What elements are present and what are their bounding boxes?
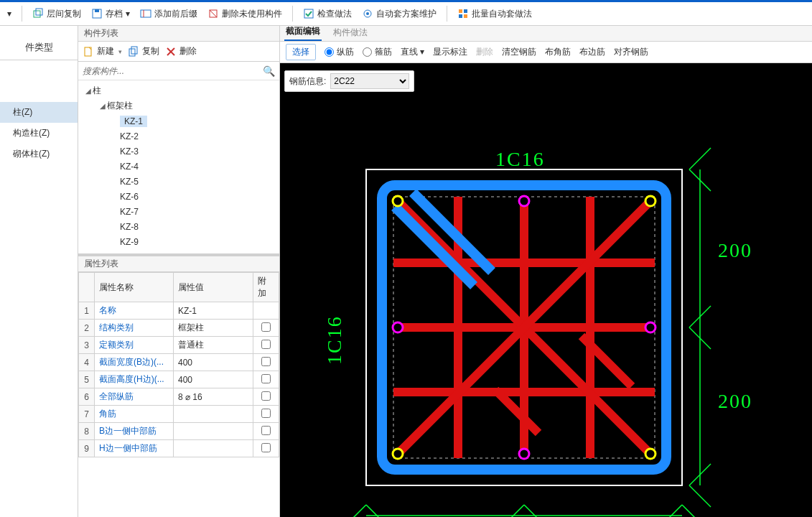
delete-unused-icon [207,8,219,19]
svg-rect-17 [131,47,137,54]
editor-toolbar: 选择 纵筋 箍筋 直线 ▾ 显示标注 删除 清空钢筋 布角筋 布边筋 对齐钢筋 [280,42,812,63]
svg-rect-16 [129,49,135,56]
tree-item[interactable]: KZ-9 [78,234,279,249]
check-icon [303,8,314,19]
property-grid[interactable]: 属性名称属性值附加1名称KZ-12结构类别框架柱3定额类别普通柱4截面宽度(B边… [78,272,279,517]
editor-tabs: 截面编辑构件做法 [280,26,812,42]
copy-layer-button[interactable]: 层间复制 [29,6,84,22]
tree-item[interactable]: KZ-2 [78,129,279,144]
editor-panel: 截面编辑构件做法 选择 纵筋 箍筋 直线 ▾ 显示标注 删除 清空钢筋 布角筋 … [280,26,812,517]
svg-point-40 [519,449,529,459]
longitudinal-radio[interactable]: 纵筋 [325,46,354,58]
top-dim-label: 1C16 [495,148,545,171]
svg-point-41 [393,322,403,332]
property-row[interactable]: 2结构类别框架柱 [79,320,279,337]
archive-icon [91,8,103,19]
svg-rect-14 [464,14,467,18]
right-dim-2: 200 [718,390,752,413]
prefix-icon [140,8,151,19]
component-type-item[interactable]: 砌体柱(Z) [0,144,78,164]
component-type-item[interactable]: 构造柱(Z) [0,123,78,144]
left-dim-label: 1C16 [323,315,346,365]
svg-rect-8 [304,9,313,18]
delete-unused-button[interactable]: 删除未使用构件 [205,6,285,22]
batch-icon [457,8,469,19]
tree-item[interactable]: KZ-4 [78,159,279,174]
new-icon [83,46,94,57]
batch-auto-button[interactable]: 批量自动套做法 [454,6,535,22]
svg-rect-13 [459,14,462,18]
property-row[interactable]: 5截面高度(H边)(...400 [79,371,279,388]
tree-item[interactable]: KZ-7 [78,204,279,219]
property-row[interactable]: 6全部纵筋8 ⌀ 16 [79,388,279,406]
tree-item[interactable]: KZ-3 [78,144,279,159]
delete-rebar-button[interactable]: 删除 [476,46,493,58]
tree-item[interactable]: KZ-8 [78,219,279,234]
section-drawing [280,63,812,517]
gear-icon [362,8,373,19]
property-row[interactable]: 8B边一侧中部筋 [79,423,279,440]
copy-layer-icon [32,8,44,19]
search-icon[interactable]: 🔍 [263,65,275,77]
edge-rebar-button[interactable]: 布边筋 [579,46,605,58]
svg-line-51 [345,505,366,517]
right-dim-1: 200 [718,239,752,262]
svg-rect-11 [459,9,462,13]
tree-item[interactable]: ◢框架柱 [78,98,279,113]
rebar-info-bar: 钢筋信息: 2C22 [284,70,414,92]
delete-icon [165,46,177,57]
svg-line-7 [210,10,217,17]
svg-line-43 [689,148,711,169]
svg-rect-3 [95,9,99,12]
svg-point-35 [393,196,403,206]
tree-item[interactable]: ◢柱 [78,83,279,98]
auto-maintain-button[interactable]: 自动套方案维护 [359,6,439,22]
new-button[interactable]: 新建 [83,45,122,57]
rebar-info-select[interactable]: 2C22 [330,73,409,89]
property-row[interactable]: 7角筋 [79,406,279,423]
property-row[interactable]: 4截面宽度(B边)(...400 [79,354,279,371]
svg-point-10 [366,12,369,15]
svg-line-58 [682,505,704,517]
property-row[interactable]: 9H边一侧中部筋 [79,440,279,457]
svg-point-38 [645,449,655,459]
svg-rect-1 [36,9,42,15]
svg-rect-0 [34,11,40,17]
editor-tab[interactable]: 截面编辑 [284,23,322,41]
component-tree[interactable]: ◢柱◢框架柱KZ-1KZ-2KZ-3KZ-4KZ-5KZ-6KZ-7KZ-8KZ… [78,80,279,253]
show-dim-button[interactable]: 显示标注 [433,46,467,58]
archive-button[interactable]: 存档 ▾ [88,6,133,22]
add-prefix-button[interactable]: 添加前后缀 [137,6,200,22]
property-list-header: 属性列表 [78,256,279,272]
stirrup-radio[interactable]: 箍筋 [363,46,392,58]
corner-rebar-button[interactable]: 布角筋 [545,46,571,58]
component-list-header: 构件列表 [78,26,279,42]
editor-tab[interactable]: 构件做法 [332,24,369,41]
search-input[interactable] [83,66,263,76]
section-canvas[interactable]: 钢筋信息: 2C22 [280,63,812,517]
component-type-panel: 件类型 柱(Z)构造柱(Z)砌体柱(Z) [0,26,78,517]
copy-button[interactable]: 复制 [128,45,159,57]
svg-point-37 [393,449,403,459]
property-row[interactable]: 3定额类别普通柱 [79,337,279,354]
component-type-item[interactable]: 柱(Z) [0,102,78,123]
svg-point-42 [645,322,655,332]
svg-rect-12 [464,9,467,13]
delete-button[interactable]: 删除 [165,45,197,57]
component-list-panel: 构件列表 新建 复制 删除 🔍 ◢柱◢框架柱KZ-1KZ-2KZ-3KZ-4KZ… [78,26,280,517]
tree-item[interactable]: KZ-1 [78,113,279,129]
tree-item[interactable]: KZ-5 [78,174,279,189]
dropdown-icon[interactable]: ▾ [4,6,14,21]
line-button[interactable]: 直线 ▾ [401,46,424,58]
property-row[interactable]: 1名称KZ-1 [79,302,279,320]
top-toolbar: ▾ 层间复制 存档 ▾ 添加前后缀 删除未使用构件 检查做法 自动套方案维护 批… [0,0,812,26]
clear-rebar-button[interactable]: 清空钢筋 [502,46,536,58]
svg-point-39 [519,196,529,206]
select-mode-button[interactable]: 选择 [286,44,316,60]
check-method-button[interactable]: 检查做法 [300,6,355,22]
svg-rect-4 [141,10,151,17]
svg-point-36 [645,196,655,206]
align-rebar-button[interactable]: 对齐钢筋 [614,46,648,58]
tree-item[interactable]: KZ-6 [78,189,279,204]
rebar-info-label: 钢筋信息: [289,75,326,88]
